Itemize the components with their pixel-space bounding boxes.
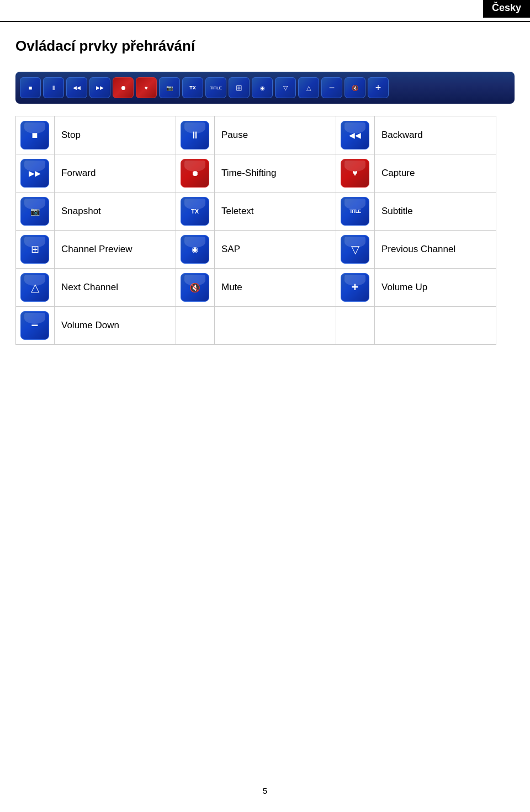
page-title: Ovládací prvky přehrávání	[15, 38, 195, 55]
snapshot-icon-cell: 📷	[16, 193, 55, 231]
page-number: 5	[263, 786, 267, 795]
nextchannel-label: Next Channel	[55, 269, 176, 307]
empty-label-2	[375, 307, 496, 345]
table-row: 📷 Snapshot TX Teletext TITLE Subtitle	[16, 193, 496, 231]
prevchannel-icon-cell: ▽	[336, 231, 375, 269]
rb-prevchannel: ▽	[275, 77, 296, 98]
table-row: △ Next Channel 🔇 Mute + Volume Up	[16, 269, 496, 307]
rb-pause: ⏸	[43, 77, 64, 98]
prevchannel-label: Previous Channel	[375, 231, 496, 269]
table-row: ■ Stop ⏸ Pause ◀◀ Backward	[16, 116, 496, 154]
pause-label: Pause	[215, 116, 336, 154]
rb-mute: 🔇	[344, 77, 365, 98]
rb-snapshot: 📷	[159, 77, 180, 98]
mute-icon: 🔇	[181, 273, 209, 302]
rb-volup: +	[368, 77, 389, 98]
controls-table: ■ Stop ⏸ Pause ◀◀ Backward ▶▶	[15, 116, 496, 345]
volup-icon-cell: +	[336, 269, 375, 307]
subtitle-icon-cell: TITLE	[336, 193, 375, 231]
pause-icon: ⏸	[181, 121, 209, 149]
nextchannel-icon-cell: △	[16, 269, 55, 307]
sap-icon-cell: ◉	[176, 231, 215, 269]
nextchannel-icon: △	[20, 273, 49, 302]
empty-icon-cell-1	[176, 307, 215, 345]
rb-teletext: TX	[182, 77, 203, 98]
empty-label-1	[215, 307, 336, 345]
backward-icon-cell: ◀◀	[336, 116, 375, 154]
table-row: ⊞ Channel Preview ◉ SAP ▽ Previous Chann…	[16, 231, 496, 269]
subtitle-icon: TITLE	[341, 197, 369, 226]
stop-icon: ■	[20, 121, 49, 149]
teletext-label: Teletext	[215, 193, 336, 231]
forward-label: Forward	[55, 154, 176, 193]
teletext-icon: TX	[181, 197, 209, 226]
mute-label: Mute	[215, 269, 336, 307]
sap-label: SAP	[215, 231, 336, 269]
stop-icon-cell: ■	[16, 116, 55, 154]
timeshifting-label: Time-Shifting	[215, 154, 336, 193]
rb-sap: ◉	[252, 77, 273, 98]
channelpreview-label: Channel Preview	[55, 231, 176, 269]
rb-rewind: ◀◀	[66, 77, 87, 98]
timeshifting-icon: ⏺	[181, 159, 209, 188]
voldown-icon-cell: −	[16, 307, 55, 345]
timeshifting-icon-cell: ⏺	[176, 154, 215, 193]
mute-icon-cell: 🔇	[176, 269, 215, 307]
rb-voldown: −	[321, 77, 342, 98]
snapshot-icon: 📷	[20, 197, 49, 226]
capture-icon: ♥	[341, 159, 369, 188]
snapshot-label: Snapshot	[55, 193, 176, 231]
channelpreview-icon: ⊞	[20, 235, 49, 264]
backward-label: Backward	[375, 116, 496, 154]
volup-icon: +	[341, 273, 369, 302]
rb-forward: ▶▶	[89, 77, 110, 98]
rb-channelpreview: ⊞	[229, 77, 250, 98]
rb-timeshift: ⏺	[113, 77, 134, 98]
subtitle-label: Subtitle	[375, 193, 496, 231]
teletext-icon-cell: TX	[176, 193, 215, 231]
empty-icon-cell-2	[336, 307, 375, 345]
rb-nextchannel: △	[298, 77, 319, 98]
sap-icon: ◉	[181, 235, 209, 264]
rb-subtitle: TITLE	[205, 77, 226, 98]
language-label: Česky	[483, 0, 530, 18]
voldown-icon: −	[20, 311, 49, 340]
table-row: − Volume Down	[16, 307, 496, 345]
prevchannel-icon: ▽	[341, 235, 369, 264]
header-divider	[0, 21, 530, 22]
stop-label: Stop	[55, 116, 176, 154]
rb-capture: ♥	[136, 77, 157, 98]
voldown-label: Volume Down	[55, 307, 176, 345]
capture-label: Capture	[375, 154, 496, 193]
capture-icon-cell: ♥	[336, 154, 375, 193]
remote-bar: ■ ⏸ ◀◀ ▶▶ ⏺ ♥ 📷 TX TITLE ⊞ ◉ ▽ △ − 🔇 +	[15, 72, 515, 104]
channelpreview-icon-cell: ⊞	[16, 231, 55, 269]
backward-icon: ◀◀	[341, 121, 369, 149]
rb-stop: ■	[20, 77, 41, 98]
volup-label: Volume Up	[375, 269, 496, 307]
forward-icon: ▶▶	[20, 159, 49, 188]
table-row: ▶▶ Forward ⏺ Time-Shifting ♥ Capture	[16, 154, 496, 193]
pause-icon-cell: ⏸	[176, 116, 215, 154]
forward-icon-cell: ▶▶	[16, 154, 55, 193]
